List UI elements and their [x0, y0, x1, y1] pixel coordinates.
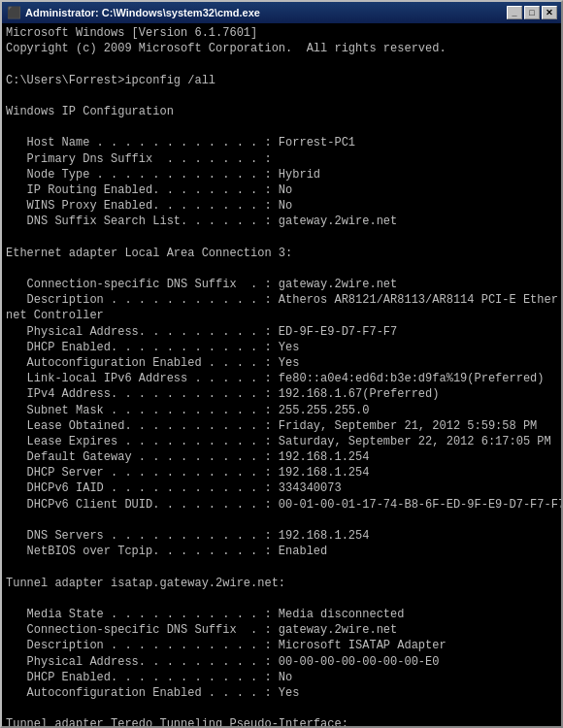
console-line — [6, 56, 557, 72]
console-line — [6, 119, 557, 135]
minimize-button[interactable]: _ — [507, 6, 522, 19]
console-line — [6, 591, 557, 607]
console-line: IPv4 Address. . . . . . . . . . . : 192.… — [6, 386, 557, 402]
console-line: Link-local IPv6 Address . . . . . : fe80… — [6, 371, 557, 386]
maximize-button[interactable]: □ — [524, 6, 540, 19]
console-line: DHCPv6 IAID . . . . . . . . . . . : 3343… — [6, 480, 557, 496]
console-output: Microsoft Windows [Version 6.1.7601]Copy… — [2, 23, 561, 726]
console-line: Tunnel adapter Teredo Tunneling Pseudo-I… — [6, 716, 557, 726]
console-line: DHCP Enabled. . . . . . . . . . . : No — [6, 670, 557, 685]
console-line: DHCP Server . . . . . . . . . . . : 192.… — [6, 465, 557, 480]
console-line: Connection-specific DNS Suffix . : gatew… — [6, 622, 557, 638]
console-line: Host Name . . . . . . . . . . . . : Forr… — [6, 135, 557, 150]
console-line: Autoconfiguration Enabled . . . . : Yes — [6, 685, 557, 701]
console-line: DNS Servers . . . . . . . . . . . : 192.… — [6, 528, 557, 544]
console-line: Subnet Mask . . . . . . . . . . . : 255.… — [6, 403, 557, 418]
console-line — [6, 701, 557, 716]
console-line: DHCPv6 Client DUID. . . . . . . . : 00-0… — [6, 497, 557, 513]
console-line: Media State . . . . . . . . . . . : Medi… — [6, 607, 557, 622]
console-line: Lease Obtained. . . . . . . . . . : Frid… — [6, 418, 557, 434]
console-line: Physical Address. . . . . . . . . : ED-9… — [6, 324, 557, 340]
console-line: DNS Suffix Search List. . . . . . : gate… — [6, 214, 557, 229]
console-line: NetBIOS over Tcpip. . . . . . . . : Enab… — [6, 544, 557, 559]
console-line: Physical Address. . . . . . . . . : 00-0… — [6, 654, 557, 670]
console-line: net Controller — [6, 308, 557, 323]
console-line: Connection-specific DNS Suffix . : gatew… — [6, 277, 557, 292]
console-line: C:\Users\Forrest>ipconfig /all — [6, 73, 557, 88]
console-line: Autoconfiguration Enabled . . . . : Yes — [6, 355, 557, 371]
title-bar: ⬛ Administrator: C:\Windows\system32\cmd… — [2, 2, 561, 23]
console-line — [6, 261, 557, 277]
cmd-window: ⬛ Administrator: C:\Windows\system32\cmd… — [0, 0, 563, 728]
console-line: Tunnel adapter isatap.gateway.2wire.net: — [6, 576, 557, 591]
title-bar-left: ⬛ Administrator: C:\Windows\system32\cmd… — [6, 5, 260, 20]
console-line: Ethernet adapter Local Area Connection 3… — [6, 246, 557, 261]
window-title: Administrator: C:\Windows\system32\cmd.e… — [25, 7, 260, 18]
console-line: Microsoft Windows [Version 6.1.7601] — [6, 25, 557, 41]
console-line: Description . . . . . . . . . . . : Athe… — [6, 292, 557, 308]
console-line: Node Type . . . . . . . . . . . . : Hybr… — [6, 167, 557, 182]
console-line — [6, 229, 557, 245]
console-line: Copyright (c) 2009 Microsoft Corporation… — [6, 41, 557, 56]
console-line: Lease Expires . . . . . . . . . . : Satu… — [6, 434, 557, 449]
console-line: IP Routing Enabled. . . . . . . . : No — [6, 182, 557, 198]
console-line: Primary Dns Suffix . . . . . . . : — [6, 151, 557, 167]
console-line: Description . . . . . . . . . . . : Micr… — [6, 638, 557, 653]
console-line — [6, 513, 557, 528]
close-button[interactable]: ✕ — [542, 6, 557, 19]
cmd-icon: ⬛ — [6, 5, 21, 20]
console-line: WINS Proxy Enabled. . . . . . . . : No — [6, 198, 557, 214]
console-line: DHCP Enabled. . . . . . . . . . . : Yes — [6, 340, 557, 355]
console-line: Windows IP Configuration — [6, 104, 557, 119]
console-line: Default Gateway . . . . . . . . . : 192.… — [6, 449, 557, 465]
console-line — [6, 88, 557, 104]
console-line — [6, 559, 557, 575]
title-bar-buttons: _ □ ✕ — [507, 6, 557, 19]
